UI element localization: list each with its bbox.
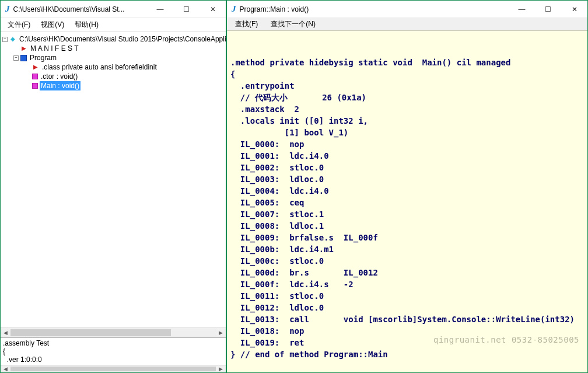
scroll-track[interactable] xyxy=(10,365,216,372)
left-title-controls: — ☐ ✕ xyxy=(147,1,226,18)
scroll-right-button[interactable]: ▶ xyxy=(216,365,226,372)
assembly-tree[interactable]: − ◆ C:\Users\HK\Documents\Visual Studio … xyxy=(1,32,226,93)
assembly-icon: ◆ xyxy=(9,36,16,43)
menu-help[interactable]: 帮助(H) xyxy=(70,19,103,31)
manifest-icon: ▶ xyxy=(20,45,27,52)
assembly-info-text: .assembly Test { .ver 1:0:0:0 xyxy=(1,338,226,365)
tree-program-row[interactable]: − Program xyxy=(2,53,224,62)
class-icon xyxy=(20,55,27,61)
tree-root-label: C:\Users\HK\Documents\Visual Studio 2015… xyxy=(18,34,226,44)
left-titlebar[interactable]: J C:\Users\HK\Documents\Visual St... — ☐… xyxy=(1,1,226,18)
il-code-line: IL_000f: ldc.i4.s -2 xyxy=(230,278,584,290)
ildasm-icon: J xyxy=(232,4,236,14)
il-code-line: IL_0003: ldloc.0 xyxy=(230,173,584,185)
minimize-button[interactable]: — xyxy=(147,1,173,18)
il-code-line: IL_0000: nop xyxy=(230,138,584,150)
assembly-info-pane: .assembly Test { .ver 1:0:0:0 ◀ ▶ xyxy=(1,337,226,372)
watermark-text: qingruanit.net 0532-85025005 xyxy=(433,334,579,346)
asm-hscrollbar[interactable]: ◀ ▶ xyxy=(1,365,226,372)
il-code-line: IL_0011: stloc.0 xyxy=(230,290,584,302)
il-code-line: IL_0012: ldloc.0 xyxy=(230,302,584,313)
tree-class-row[interactable]: ▶ .class private auto ansi beforefieldin… xyxy=(2,62,224,72)
expander-icon[interactable]: − xyxy=(2,37,8,42)
scroll-left-button[interactable]: ◀ xyxy=(1,328,10,337)
expander-icon[interactable]: − xyxy=(13,55,19,61)
tree-pane: − ◆ C:\Users\HK\Documents\Visual Studio … xyxy=(1,32,226,327)
il-code-line: IL_000d: br.s IL_0012 xyxy=(230,267,584,278)
scroll-track[interactable] xyxy=(10,328,216,337)
il-code-line: .entrypoint xyxy=(230,80,584,92)
scroll-thumb[interactable] xyxy=(10,367,216,371)
il-code-line: IL_0008: ldloc.1 xyxy=(230,220,584,232)
method-icon xyxy=(32,83,38,89)
menu-find[interactable]: 查找(F) xyxy=(230,18,262,30)
tree-ctor-label: .ctor : void() xyxy=(40,72,79,81)
right-menubar: 查找(F) 查找下一个(N) xyxy=(227,18,587,31)
tree-root-row[interactable]: − ◆ C:\Users\HK\Documents\Visual Studio … xyxy=(2,34,224,44)
menu-view[interactable]: 视图(V) xyxy=(36,19,69,31)
right-titlebar[interactable]: J Program::Main : void() — ☐ ✕ xyxy=(227,1,587,18)
maximize-button[interactable]: ☐ xyxy=(173,1,200,18)
close-button[interactable]: ✕ xyxy=(200,1,226,18)
il-code-line: IL_0002: stloc.0 xyxy=(230,162,584,173)
tree-main-row[interactable]: Main : void() xyxy=(2,81,224,90)
il-code-line: IL_0004: ldc.i4.0 xyxy=(230,185,584,197)
il-code-line: IL_000c: stloc.0 xyxy=(230,255,584,267)
tree-manifest-label: M A N I F E S T xyxy=(29,44,79,53)
scroll-thumb[interactable] xyxy=(10,329,171,336)
right-body: .method private hidebysig static void Ma… xyxy=(227,31,587,372)
menu-find-next[interactable]: 查找下一个(N) xyxy=(266,18,320,30)
il-code-line: IL_0001: ldc.i4.0 xyxy=(230,150,584,162)
minimize-button[interactable]: — xyxy=(509,1,535,18)
maximize-button[interactable]: ☐ xyxy=(535,1,561,18)
scroll-right-button[interactable]: ▶ xyxy=(216,328,226,337)
ildasm-icon: J xyxy=(5,4,10,14)
il-code-line: IL_0013: call void [mscorlib]System.Cons… xyxy=(230,313,584,325)
left-title: C:\Users\HK\Documents\Visual St... xyxy=(13,5,148,13)
left-menubar: 文件(F) 视图(V) 帮助(H) xyxy=(1,18,226,32)
tree-program-label: Program xyxy=(29,53,58,62)
right-title: Program::Main : void() xyxy=(240,5,509,13)
close-button[interactable]: ✕ xyxy=(561,1,587,18)
ildasm-tree-window: J C:\Users\HK\Documents\Visual St... — ☐… xyxy=(0,0,226,373)
tree-main-label: Main : void() xyxy=(40,81,80,90)
right-title-controls: — ☐ ✕ xyxy=(509,1,587,18)
menu-file[interactable]: 文件(F) xyxy=(3,19,35,31)
il-code-line: } // end of method Program::Main xyxy=(230,348,584,360)
il-code-line: IL_0005: ceq xyxy=(230,197,584,208)
tree-manifest-row[interactable]: ▶ M A N I F E S T xyxy=(2,44,224,53)
method-icon xyxy=(32,74,38,79)
il-code-area[interactable]: .method private hidebysig static void Ma… xyxy=(227,31,587,372)
tree-ctor-row[interactable]: .ctor : void() xyxy=(2,72,224,81)
tree-class-label: .class private auto ansi beforefieldinit xyxy=(41,62,158,72)
il-code-line: // 代码大小 26 (0x1a) xyxy=(230,92,584,103)
il-code-line: IL_000b: ldc.i4.m1 xyxy=(230,243,584,255)
scroll-left-button[interactable]: ◀ xyxy=(1,365,10,372)
il-code-line: IL_0009: brfalse.s IL_000f xyxy=(230,232,584,243)
il-code-line: IL_0007: stloc.1 xyxy=(230,208,584,220)
tree-hscrollbar[interactable]: ◀ ▶ xyxy=(1,327,226,337)
il-code-window: J Program::Main : void() — ☐ ✕ 查找(F) 查找下… xyxy=(226,0,588,373)
il-code-line: .maxstack 2 xyxy=(230,103,584,115)
il-code-line: { xyxy=(230,68,584,80)
il-code-line: .method private hidebysig static void Ma… xyxy=(230,57,584,68)
classdecl-icon: ▶ xyxy=(32,64,39,71)
il-code-line: [1] bool V_1) xyxy=(230,127,584,138)
il-code-line: .locals init ([0] int32 i, xyxy=(230,115,584,127)
